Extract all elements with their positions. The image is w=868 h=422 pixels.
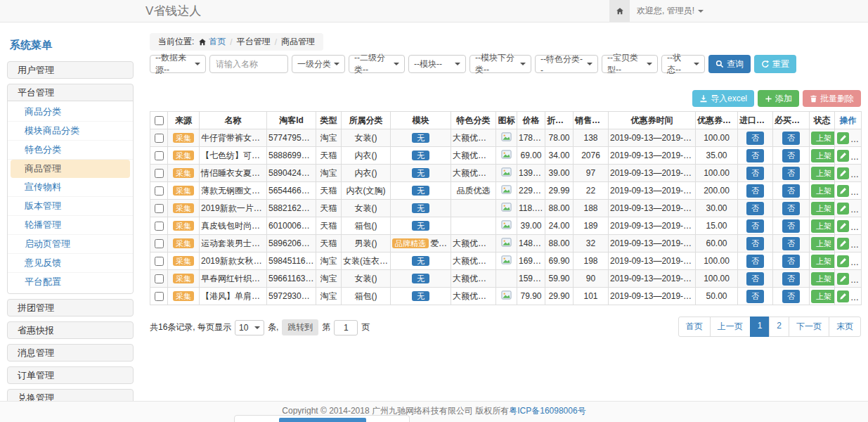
page-button[interactable]: 首页	[678, 316, 711, 337]
edit-button[interactable]	[837, 150, 849, 162]
row-checkbox[interactable]	[155, 274, 164, 283]
import-select-button[interactable]: 否	[746, 255, 764, 268]
sidebar-item[interactable]: 特色分类	[8, 141, 133, 160]
must-buy-button[interactable]: 否	[782, 167, 800, 180]
must-buy-button[interactable]: 否	[782, 149, 800, 162]
row-checkbox[interactable]	[155, 239, 164, 248]
edit-button[interactable]	[837, 273, 849, 285]
page-number-input[interactable]	[334, 320, 358, 335]
page-button[interactable]: 2	[769, 316, 789, 337]
sidebar-item[interactable]: 轮播管理	[8, 216, 133, 235]
must-buy-button[interactable]: 否	[782, 290, 800, 303]
per-page-select[interactable]: 10	[235, 320, 264, 335]
status-button[interactable]: 上架	[811, 290, 835, 303]
batch-delete-button[interactable]: 批量删除	[803, 90, 861, 107]
import-select-button[interactable]: 否	[746, 149, 764, 162]
row-checkbox[interactable]	[155, 134, 164, 143]
select-all-checkbox[interactable]	[155, 116, 164, 125]
row-checkbox[interactable]	[155, 292, 164, 301]
row-checkbox[interactable]	[155, 222, 164, 231]
filter-select[interactable]: --特色分类--	[535, 55, 598, 73]
must-buy-button[interactable]: 否	[782, 202, 800, 215]
filter-select[interactable]: --模块下分类--	[469, 55, 531, 73]
sidebar-item[interactable]: 模块商品分类	[8, 122, 133, 141]
sales-count: 189	[574, 217, 609, 235]
filter-select[interactable]: 一级分类	[292, 55, 345, 73]
sidebar-item[interactable]: 商品管理	[11, 160, 130, 178]
sidebar-section-toggle[interactable]: 用户管理	[8, 62, 133, 78]
status-button[interactable]: 上架	[811, 237, 835, 250]
table-row: 采集薄款无钢圈文胸聚拢性...565446685867天猫内衣(文胸)无品质优选…	[150, 182, 862, 200]
status-button[interactable]: 上架	[811, 219, 835, 233]
import-select-button[interactable]: 否	[746, 290, 764, 303]
status-button[interactable]: 上架	[811, 132, 835, 145]
user-menu[interactable]: 欢迎您, 管理员!	[637, 0, 704, 22]
row-checkbox[interactable]	[155, 169, 164, 178]
status-button[interactable]: 上架	[811, 255, 835, 268]
import-select-button[interactable]: 否	[746, 202, 764, 215]
filter-select[interactable]: --数据来源--	[150, 55, 206, 73]
breadcrumb-home-link[interactable]: 首页	[198, 36, 226, 48]
home-nav-button[interactable]	[609, 0, 630, 22]
row-checkbox[interactable]	[155, 186, 164, 196]
search-button[interactable]: 查询	[708, 55, 751, 73]
status-button[interactable]: 上架	[811, 184, 835, 198]
import-select-button[interactable]: 否	[746, 237, 764, 250]
sidebar-item[interactable]: 平台配置	[8, 273, 133, 291]
row-checkbox[interactable]	[155, 257, 164, 266]
column-header: 状态	[810, 112, 835, 129]
sidebar-section-toggle[interactable]: 平台管理	[8, 84, 133, 101]
sidebar-item[interactable]: 意见反馈	[8, 254, 133, 273]
jump-button[interactable]: 跳转到	[282, 319, 318, 335]
edit-button[interactable]	[837, 238, 849, 250]
name-search-input[interactable]	[209, 55, 288, 73]
edit-button[interactable]	[837, 255, 849, 267]
must-buy-button[interactable]: 否	[782, 219, 800, 233]
page-button[interactable]: 1	[750, 316, 770, 337]
must-buy-button[interactable]: 否	[782, 272, 800, 286]
sidebar-section-toggle[interactable]: 消息管理	[8, 345, 133, 361]
page-button[interactable]: 末页	[829, 316, 861, 337]
coupon-amount: 50.00	[696, 288, 738, 305]
filter-select[interactable]: --模块--	[408, 55, 466, 73]
filter-select[interactable]: --二级分类--	[349, 55, 405, 73]
import-select-button[interactable]: 否	[746, 219, 764, 233]
import-select-button[interactable]: 否	[746, 272, 764, 286]
icp-link[interactable]: 粤ICP备16098006号	[509, 406, 585, 416]
sidebar-item[interactable]: 宣传物料	[8, 178, 133, 197]
edit-button[interactable]	[837, 132, 849, 144]
add-button[interactable]: 添加	[758, 90, 799, 107]
status-button[interactable]: 上架	[811, 202, 835, 215]
must-buy-button[interactable]: 否	[782, 184, 800, 198]
edit-button[interactable]	[837, 167, 849, 179]
row-checkbox[interactable]	[155, 204, 164, 213]
must-buy-button[interactable]: 否	[782, 132, 800, 145]
row-checkbox[interactable]	[155, 151, 164, 160]
status-button[interactable]: 上架	[811, 149, 835, 162]
must-buy-button[interactable]: 否	[782, 237, 800, 250]
import-select-button[interactable]: 否	[746, 184, 764, 198]
reset-button[interactable]: 重置	[754, 55, 796, 73]
import-select-button[interactable]: 否	[746, 167, 764, 180]
import-excel-button[interactable]: 导入excel	[692, 90, 754, 107]
edit-button[interactable]	[837, 203, 849, 215]
status-button[interactable]: 上架	[811, 272, 835, 286]
status-button[interactable]: 上架	[811, 167, 835, 180]
edit-button[interactable]	[837, 290, 849, 302]
sidebar-section-toggle[interactable]: 省惠快报	[8, 322, 133, 338]
filter-select[interactable]: --状态--	[661, 55, 705, 73]
must-buy-button[interactable]: 否	[782, 255, 800, 268]
edit-button[interactable]	[837, 185, 849, 197]
sidebar-section-toggle[interactable]: 拼团管理	[8, 300, 133, 316]
sidebar-section-toggle[interactable]: 订单管理	[8, 367, 133, 383]
filter-select[interactable]: --宝贝类型--	[602, 55, 658, 73]
sidebar-item[interactable]: 启动页管理	[8, 235, 133, 254]
page-button[interactable]: 上一页	[710, 316, 751, 337]
import-select-button[interactable]: 否	[746, 132, 764, 145]
sidebar-item[interactable]: 商品分类	[8, 103, 133, 122]
sidebar-item[interactable]: 版本管理	[8, 197, 133, 216]
edit-button[interactable]	[837, 220, 849, 232]
page-button[interactable]: 下一页	[789, 316, 829, 337]
table-row: 采集2019新款一片式系...588216228899天猫女装()无118.00…	[150, 200, 862, 217]
column-header: 优惠券时间	[609, 112, 696, 129]
